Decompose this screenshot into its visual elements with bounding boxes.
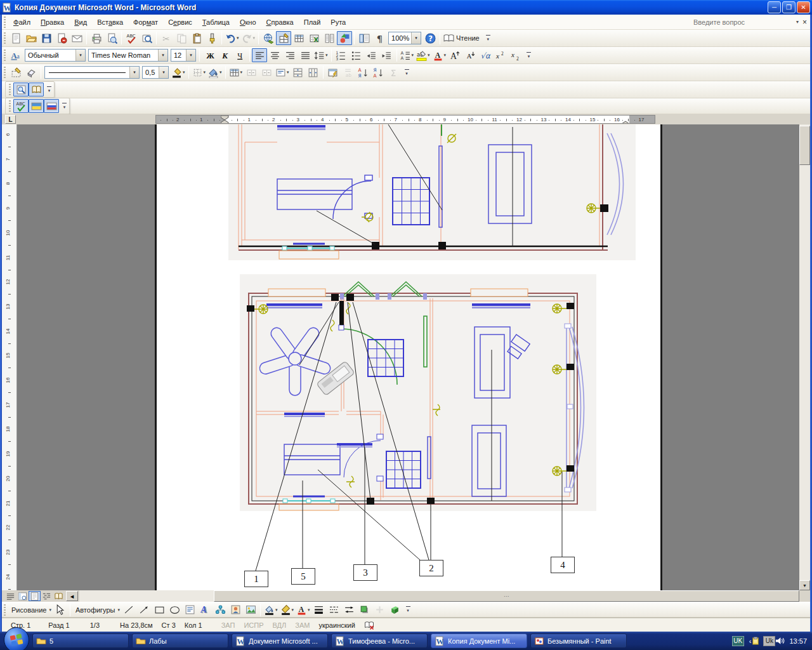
tray-clipboard-icon[interactable] <box>751 637 760 646</box>
permission-button[interactable] <box>54 31 69 45</box>
mail-button[interactable] <box>69 31 84 45</box>
menu-item-файл[interactable]: Файл <box>8 17 36 28</box>
clipart-button[interactable] <box>228 603 243 617</box>
sort-desc-button[interactable]: ЯА <box>371 65 386 79</box>
text-box-button[interactable] <box>182 603 197 617</box>
align-center-button[interactable] <box>267 48 282 62</box>
rectangle-button[interactable] <box>152 603 167 617</box>
toolbar-grip[interactable] <box>3 17 6 28</box>
hyperlink-button[interactable] <box>261 31 276 45</box>
italic-button[interactable]: К <box>217 48 232 62</box>
split-cells-button[interactable] <box>259 65 274 79</box>
toolbar-grip[interactable] <box>3 50 6 61</box>
print-button[interactable] <box>89 31 104 45</box>
line-style-combo[interactable]: ▾ <box>44 66 140 79</box>
justify-button[interactable] <box>298 48 313 62</box>
vertical-scrollbar[interactable]: ▲ ▼ <box>799 124 810 590</box>
highlight-rows-button[interactable]: АА▾ <box>399 48 416 62</box>
toolbar-grip[interactable] <box>8 84 11 95</box>
drawing-menu-button[interactable]: Рисование▾ <box>8 603 53 617</box>
crop-button[interactable] <box>372 603 388 617</box>
font-color-button[interactable]: А▾ <box>431 48 448 62</box>
toolbar-options-button[interactable]: ▾ <box>403 65 411 79</box>
underline-button[interactable]: Ч <box>232 48 247 62</box>
russian-flag-button[interactable] <box>44 99 59 113</box>
show-marks-button[interactable]: ¶ <box>372 31 387 45</box>
cut-button[interactable]: ✂ <box>159 31 174 45</box>
menu-item-таблица[interactable]: Таблица <box>197 17 235 28</box>
question-input[interactable] <box>693 18 795 26</box>
line-button[interactable] <box>121 603 136 617</box>
format-painter-button[interactable] <box>204 31 219 45</box>
question-dropdown-icon[interactable]: ▾ <box>795 19 800 25</box>
indent-markers[interactable] <box>221 116 229 124</box>
picture-button[interactable] <box>243 603 258 617</box>
open-button[interactable] <box>23 31 39 45</box>
tab-selector[interactable]: L <box>5 115 16 124</box>
insert-table-menu-button[interactable]: ▾ <box>228 65 244 79</box>
toolbar-options-button[interactable]: ▾ <box>484 31 492 45</box>
taskbar-item[interactable]: WКопия Документ Mi... <box>431 633 527 648</box>
menu-item-сервис[interactable]: Сервис <box>163 17 197 28</box>
outline-view-button[interactable] <box>41 591 53 601</box>
lookup-tool-button[interactable] <box>13 83 29 96</box>
highlight-button[interactable]: ab▾ <box>415 48 431 62</box>
arrow-style-button[interactable] <box>342 603 357 617</box>
autoshapes-button[interactable]: Автофигуры▾ <box>72 603 121 617</box>
line-style-button[interactable] <box>311 603 327 617</box>
menu-item-правка[interactable]: Правка <box>36 17 69 28</box>
oval-button[interactable] <box>167 603 182 617</box>
dictionary-tool-button[interactable] <box>29 83 44 96</box>
paste-button[interactable] <box>189 31 204 45</box>
line-color-button[interactable]: ▾ <box>279 603 296 617</box>
ukrainian-flag-button[interactable] <box>29 99 44 113</box>
scroll-left-button[interactable]: ◂ <box>66 591 78 601</box>
spelling-status-icon[interactable] <box>364 620 374 630</box>
language-indicator[interactable]: UK <box>732 636 744 646</box>
equation-button[interactable]: √α <box>478 48 493 62</box>
distribute-cols-button[interactable] <box>306 65 321 79</box>
decrease-indent-button[interactable] <box>364 48 379 62</box>
menu-item-рута[interactable]: Рута <box>325 17 351 28</box>
menu-item-окно[interactable]: Окно <box>235 17 261 28</box>
grow-font-button[interactable]: А <box>447 48 462 62</box>
normal-view-button[interactable] <box>4 591 16 601</box>
toolbar-options-button[interactable]: ▾ <box>525 48 533 62</box>
insert-table-button[interactable] <box>291 31 306 45</box>
print-view-button[interactable] <box>29 591 41 601</box>
save-button[interactable] <box>39 31 54 45</box>
read-button[interactable]: Чтение <box>442 31 483 45</box>
sort-asc-button[interactable]: АЯ <box>356 65 371 79</box>
font-color-button2[interactable]: А▾ <box>295 603 311 617</box>
toolbar-options-button[interactable]: ▾ <box>60 99 69 113</box>
horizontal-scroll-track[interactable]: ⋯ <box>79 590 799 602</box>
taskbar-item[interactable]: Безымянный - Paint <box>530 633 627 648</box>
research-button[interactable] <box>139 31 154 45</box>
dash-style-button[interactable] <box>327 603 342 617</box>
dropdown-arrow-icon[interactable]: ▾ <box>186 50 195 61</box>
toolbar-options-button[interactable]: ▾ <box>404 603 412 617</box>
shading-button[interactable]: ▾ <box>207 65 223 79</box>
cell-align-button[interactable]: ▾ <box>274 65 291 79</box>
redo-button[interactable]: ▾ <box>240 31 257 45</box>
spellcheck-tool-button[interactable]: ABC <box>13 99 29 113</box>
bold-button[interactable]: Ж <box>202 48 217 62</box>
toolbar-grip[interactable] <box>8 100 11 112</box>
menu-item-вставка[interactable]: Вставка <box>92 17 128 28</box>
threed-style-button[interactable] <box>388 603 403 617</box>
menu-item-вид[interactable]: Вид <box>69 17 92 28</box>
insert-excel-button[interactable]: X <box>306 31 322 45</box>
reading-view-button[interactable] <box>53 591 65 601</box>
table-autoformat-button[interactable] <box>325 65 341 79</box>
increase-indent-button[interactable] <box>379 48 395 62</box>
select-objects-button[interactable] <box>53 603 68 617</box>
diagram-button[interactable] <box>213 603 228 617</box>
spelling-button[interactable]: ABC <box>124 31 139 45</box>
print-preview-button[interactable] <box>104 31 119 45</box>
volume-icon[interactable] <box>775 636 785 646</box>
taskbar-item[interactable]: 5 <box>32 633 129 648</box>
dropdown-arrow-icon[interactable]: ▾ <box>129 67 139 78</box>
shadow-style-button[interactable] <box>357 603 372 617</box>
menu-item-формат[interactable]: Формат <box>128 17 163 28</box>
dropdown-arrow-icon[interactable]: ▾ <box>159 67 168 78</box>
